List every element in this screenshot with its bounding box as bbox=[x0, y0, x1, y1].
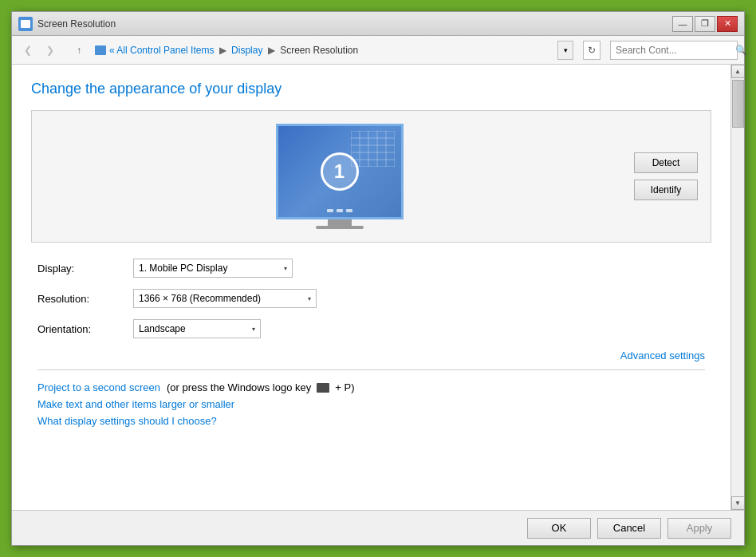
monitor-icon bbox=[21, 20, 30, 28]
monitor-dot-3 bbox=[346, 209, 352, 212]
breadcrumb-text: « All Control Panel Items ▶ Display ▶ Sc… bbox=[109, 45, 358, 56]
resolution-value: 1366 × 768 (Recommended) bbox=[139, 293, 301, 304]
orientation-row: Orientation: Landscape ▾ bbox=[37, 319, 705, 338]
project-link[interactable]: Project to a second screen bbox=[37, 381, 160, 393]
search-box: 🔍 bbox=[610, 41, 738, 60]
text-size-link-row: Make text and other items larger or smal… bbox=[37, 398, 705, 410]
svg-rect-0 bbox=[351, 131, 395, 167]
cancel-button[interactable]: Cancel bbox=[597, 518, 661, 539]
window-icon bbox=[18, 17, 33, 31]
monitor-dots bbox=[327, 209, 352, 212]
windows-key-icon bbox=[317, 383, 329, 393]
monitor-section: 1 Detect Identify bbox=[31, 110, 711, 243]
up-icon: ↑ bbox=[77, 45, 81, 56]
identify-button[interactable]: Identify bbox=[634, 180, 698, 200]
monitor-preview: 1 bbox=[276, 124, 404, 229]
monitor-buttons-col: Detect Identify bbox=[634, 152, 698, 200]
forward-icon: ❯ bbox=[46, 45, 54, 56]
back-button[interactable]: ❮ bbox=[18, 41, 37, 60]
project-rest-text: (or press the Windows logo key bbox=[167, 381, 311, 393]
resolution-arrow-icon: ▾ bbox=[308, 295, 311, 302]
display-arrow-icon: ▾ bbox=[284, 265, 287, 272]
title-bar: Screen Resolution — ❐ ✕ bbox=[12, 12, 744, 36]
scroll-down-button[interactable]: ▼ bbox=[731, 496, 745, 510]
monitor-number: 1 bbox=[321, 152, 359, 191]
display-settings-link[interactable]: What display settings should I choose? bbox=[37, 415, 217, 427]
orientation-select[interactable]: Landscape ▾ bbox=[133, 319, 261, 338]
restore-button[interactable]: ❐ bbox=[695, 16, 715, 32]
button-bar: OK Cancel Apply bbox=[12, 510, 744, 545]
apply-button[interactable]: Apply bbox=[667, 518, 731, 539]
monitor-dot-1 bbox=[327, 209, 333, 212]
content-area: Change the appearance of your display bbox=[12, 65, 744, 510]
orientation-arrow-icon: ▾ bbox=[252, 326, 255, 333]
window: Screen Resolution — ❐ ✕ ❮ ❯ ↑ « All Cont… bbox=[11, 11, 745, 546]
scroll-up-button[interactable]: ▲ bbox=[731, 65, 745, 78]
scrollbar-track bbox=[731, 78, 745, 496]
project-key-text: + P) bbox=[335, 381, 354, 393]
advanced-row: Advanced settings bbox=[37, 350, 705, 361]
monitor-base bbox=[316, 226, 364, 229]
back-icon: ❮ bbox=[24, 45, 32, 56]
minimize-button[interactable]: — bbox=[672, 16, 693, 32]
up-button[interactable]: ↑ bbox=[69, 41, 89, 60]
monitor-display: 1 bbox=[276, 124, 404, 219]
breadcrumb-icon bbox=[95, 45, 106, 55]
breadcrumb-current: Screen Resolution bbox=[280, 45, 358, 56]
resolution-label: Resolution: bbox=[37, 293, 133, 305]
close-button[interactable]: ✕ bbox=[717, 16, 738, 32]
monitor-grid-overlay bbox=[351, 131, 395, 167]
display-label: Display: bbox=[37, 263, 133, 275]
refresh-button[interactable]: ↻ bbox=[583, 41, 600, 60]
orientation-label: Orientation: bbox=[37, 323, 133, 335]
orientation-value: Landscape bbox=[139, 323, 246, 334]
text-size-link[interactable]: Make text and other items larger or smal… bbox=[37, 398, 234, 410]
title-bar-controls: — ❐ ✕ bbox=[672, 16, 738, 32]
forward-button[interactable]: ❯ bbox=[41, 41, 60, 60]
detect-button[interactable]: Detect bbox=[634, 152, 698, 173]
resolution-select[interactable]: 1366 × 768 (Recommended) ▾ bbox=[133, 289, 317, 308]
breadcrumb-sep2: ▶ bbox=[268, 45, 275, 56]
display-value: 1. Mobile PC Display bbox=[139, 263, 278, 274]
form-section: Display: 1. Mobile PC Display ▾ Resoluti… bbox=[31, 259, 711, 427]
breadcrumb-dropdown[interactable]: ▾ bbox=[557, 41, 573, 60]
breadcrumb-display[interactable]: Display bbox=[231, 45, 262, 56]
divider bbox=[37, 369, 705, 370]
scrollbar: ▲ ▼ bbox=[730, 65, 744, 510]
resolution-row: Resolution: 1366 × 768 (Recommended) ▾ bbox=[37, 289, 705, 308]
title-bar-left: Screen Resolution bbox=[18, 17, 116, 31]
advanced-settings-link[interactable]: Advanced settings bbox=[620, 350, 705, 361]
project-link-row: Project to a second screen (or press the… bbox=[37, 381, 705, 393]
bottom-links: Project to a second screen (or press the… bbox=[37, 381, 705, 427]
scrollbar-thumb[interactable] bbox=[732, 80, 744, 128]
monitor-preview-wrapper: 1 bbox=[45, 124, 634, 229]
breadcrumb-control-panel[interactable]: « All Control Panel Items bbox=[109, 45, 214, 56]
display-row: Display: 1. Mobile PC Display ▾ bbox=[37, 259, 705, 278]
display-settings-link-row: What display settings should I choose? bbox=[37, 415, 705, 427]
window-title: Screen Resolution bbox=[37, 18, 116, 30]
search-icon[interactable]: 🔍 bbox=[735, 45, 747, 56]
nav-bar: ❮ ❯ ↑ « All Control Panel Items ▶ Displa… bbox=[12, 36, 744, 65]
breadcrumb-sep1: ▶ bbox=[219, 45, 226, 56]
ok-button[interactable]: OK bbox=[527, 518, 591, 539]
search-input[interactable] bbox=[616, 45, 735, 56]
display-select[interactable]: 1. Mobile PC Display ▾ bbox=[133, 259, 293, 278]
monitor-dot-2 bbox=[337, 209, 343, 212]
monitor-stand bbox=[328, 219, 352, 226]
main-content: Change the appearance of your display bbox=[12, 65, 730, 510]
page-title: Change the appearance of your display bbox=[31, 81, 711, 97]
